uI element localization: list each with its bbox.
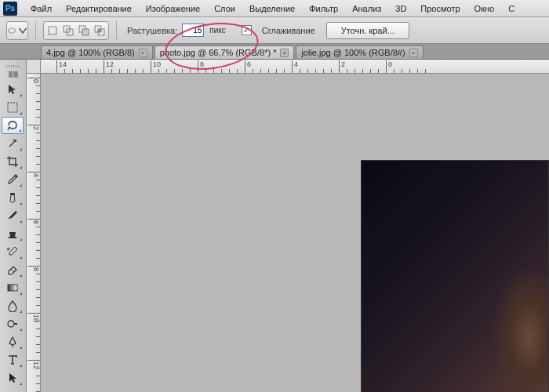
clone-stamp-tool[interactable] [2,225,24,242]
doc-tab-label: 4.jpg @ 100% (RGB/8) [46,48,135,57]
blur-tool[interactable] [2,297,24,314]
workspace: 14121086420 024681012141618 [0,60,549,392]
feather-unit: пикс [209,26,226,34]
svg-point-12 [8,321,14,327]
toolbox-collapse-icon[interactable] [9,71,18,78]
svg-rect-11 [8,285,17,291]
antialias-checkbox[interactable] [242,25,252,35]
doc-tab-label: photo.jpg @ 66,7% (RGB/8*) * [160,48,277,57]
svg-point-9 [15,140,16,141]
doc-tab[interactable]: photo.jpg @ 66,7% (RGB/8*) *× [155,45,295,59]
pen-tool[interactable] [2,333,24,350]
dodge-tool[interactable] [2,315,24,332]
ruler-origin[interactable] [27,60,41,74]
feather-label: Растушевка: [127,26,177,35]
svg-rect-10 [10,193,15,195]
doc-tab[interactable]: jolie.jpg @ 100% (RGB/8#)× [296,45,423,59]
lasso-tool[interactable] [2,117,24,134]
menu-file[interactable]: Файл [24,2,59,16]
menu-help[interactable]: С [501,2,522,16]
close-icon[interactable]: × [280,49,289,57]
selection-intersect-icon[interactable] [93,24,107,38]
selection-subtract-icon[interactable] [77,24,91,38]
separator [35,21,36,40]
document-tabstrip: 4.jpg @ 100% (RGB/8)× photo.jpg @ 66,7% … [0,44,549,60]
canvas-wrap: 14121086420 024681012141618 [27,60,549,392]
selection-mode-group [43,21,109,40]
svg-rect-4 [82,29,89,35]
chevron-down-icon [18,26,27,35]
antialias-label: Сглаживание [262,26,315,35]
close-icon[interactable]: × [139,49,147,57]
eraser-tool[interactable] [2,261,24,278]
history-brush-tool[interactable] [2,243,24,260]
menu-bar: Ps Файл Редактирование Изображение Слои … [0,0,549,17]
eyedropper-tool[interactable] [2,171,24,188]
menu-filter[interactable]: Фильтр [302,2,345,16]
menu-select[interactable]: Выделение [242,2,302,16]
doc-tab-label: jolie.jpg @ 100% (RGB/8#) [301,48,405,57]
doc-tab[interactable]: 4.jpg @ 100% (RGB/8)× [41,45,153,59]
ruler-vertical[interactable]: 024681012141618 [27,74,41,392]
brush-tool[interactable] [2,207,24,224]
feather-input[interactable] [182,24,204,37]
menu-image[interactable]: Изображение [139,2,207,16]
ruler-horizontal[interactable]: 14121086420 [41,60,549,74]
selection-new-icon[interactable] [45,24,60,38]
selection-add-icon[interactable] [61,24,75,38]
toolbox [0,60,27,392]
menu-analysis[interactable]: Анализ [345,2,388,16]
svg-rect-7 [98,29,101,32]
crop-tool[interactable] [2,153,24,170]
separator [116,21,117,40]
app-logo: Ps [3,2,17,16]
svg-rect-0 [49,27,56,34]
menu-layer[interactable]: Слои [207,2,242,16]
healing-brush-tool[interactable] [2,189,24,206]
options-bar: Растушевка: пикс Сглаживание Уточн. край… [0,17,549,44]
menu-edit[interactable]: Редактирование [59,2,139,16]
svg-rect-8 [8,103,17,112]
marquee-tool[interactable] [2,99,24,116]
gradient-tool[interactable] [2,279,24,296]
type-tool[interactable] [2,351,24,368]
menu-window[interactable]: Окно [467,2,502,16]
move-tool[interactable] [2,81,24,98]
lasso-icon [7,26,16,35]
menu-view[interactable]: Просмотр [413,2,467,16]
magic-wand-tool[interactable] [2,135,24,152]
close-icon[interactable]: × [409,49,418,57]
panel-grip[interactable] [2,63,24,69]
path-selection-tool[interactable] [2,369,24,387]
refine-edge-button[interactable]: Уточн. край... [326,22,409,39]
menu-3d[interactable]: 3D [388,2,413,16]
current-tool-indicator[interactable] [6,21,28,40]
canvas[interactable] [41,74,549,392]
document-image [361,160,549,392]
